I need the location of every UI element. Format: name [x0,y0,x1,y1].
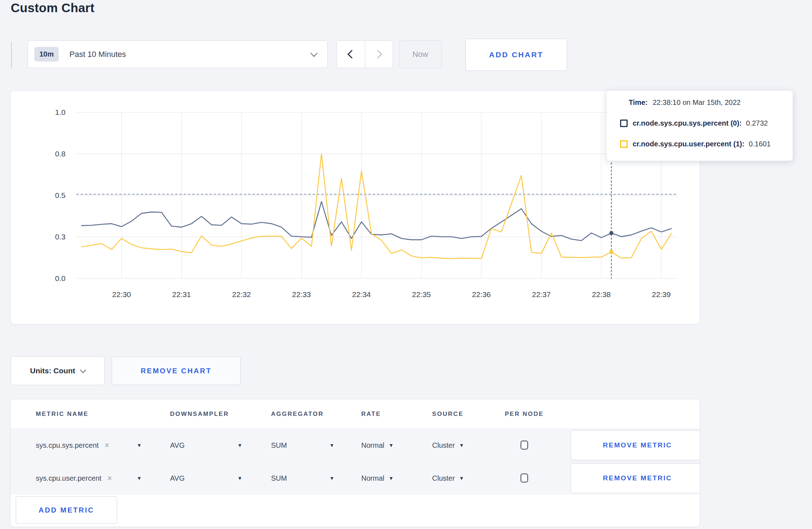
time-window-next-button[interactable] [365,41,393,68]
col-header-aggregator: AGGREGATOR [271,399,324,428]
svg-text:22:34: 22:34 [352,290,371,299]
metrics-table: METRIC NAME DOWNSAMPLER AGGREGATOR RATE … [10,399,700,527]
svg-text:22:39: 22:39 [652,290,671,299]
metric-name-select[interactable]: sys.cpu.sys.percent × [36,429,109,462]
svg-text:0.8: 0.8 [55,150,66,158]
series-user-swatch-icon [620,140,628,148]
downsampler-caret-icon[interactable]: ▼ [237,429,242,462]
add-chart-button[interactable]: ADD CHART [465,39,567,71]
col-header-rate: RATE [361,399,381,428]
metric-dropdown-caret-icon[interactable]: ▼ [137,462,142,495]
tooltip-time-label: Time: [629,98,648,107]
col-header-downsampler: DOWNSAMPLER [170,399,229,428]
metric-dropdown-caret-icon[interactable]: ▼ [137,429,142,462]
downsampler-select[interactable]: AVG [170,462,185,495]
clear-metric-icon[interactable]: × [107,474,112,483]
svg-text:22:33: 22:33 [292,290,311,299]
remove-metric-button[interactable]: REMOVE METRIC [571,463,700,493]
rate-caret-icon: ▼ [388,462,393,495]
svg-text:22:32: 22:32 [232,290,251,299]
tooltip-series-value: 0.2732 [746,119,768,127]
svg-text:0.3: 0.3 [55,233,66,241]
svg-text:22:37: 22:37 [532,290,551,299]
toolbar-left-divider [11,42,12,68]
chevron-down-icon [310,50,318,57]
time-range-label: Past 10 Minutes [69,50,126,59]
rate-caret-icon: ▼ [388,429,393,462]
tooltip-time-value: 22:38:10 on Mar 15th, 2022 [653,98,741,107]
svg-text:22:38: 22:38 [592,290,611,299]
svg-text:22:35: 22:35 [412,290,431,299]
svg-text:0.0: 0.0 [55,274,66,282]
chevron-left-icon [348,50,356,58]
aggregator-caret-icon[interactable]: ▼ [329,429,334,462]
add-metric-button[interactable]: ADD METRIC [16,496,117,524]
chevron-down-icon [80,367,86,373]
cpu-line-chart[interactable]: 0.00.30.50.81.022:3022:3122:3222:3322:34… [11,91,700,324]
time-window-pager [337,40,393,68]
metric-row: sys.cpu.user.percent × ▼ AVG ▼ SUM ▼ Nor… [11,461,700,495]
series-sys-swatch-icon [620,120,628,127]
now-button[interactable]: Now [399,40,442,68]
svg-text:22:31: 22:31 [172,290,191,299]
tooltip-series-label: cr.node.sys.cpu.sys.percent (0): [633,119,742,127]
col-header-source: SOURCE [432,399,464,428]
units-dropdown[interactable]: Units: Count [11,356,105,385]
clear-metric-icon[interactable]: × [105,441,109,450]
source-select[interactable]: Cluster ▼ [432,462,464,495]
chart-tooltip: Time: 22:38:10 on Mar 15th, 2022 cr.node… [606,90,793,161]
per-node-checkbox[interactable] [521,441,528,450]
time-range-badge: 10m [34,47,59,62]
time-window-prev-button[interactable] [337,41,365,68]
downsampler-select[interactable]: AVG [170,429,185,462]
aggregator-select[interactable]: SUM [271,462,287,495]
svg-text:22:30: 22:30 [112,290,131,299]
rate-select[interactable]: Normal ▼ [361,462,393,495]
units-label: Units: Count [30,367,75,375]
col-header-per-node: PER NODE [505,399,544,428]
tooltip-series-label: cr.node.sys.cpu.user.percent (1): [633,140,744,148]
chart-card: 0.00.30.50.81.022:3022:3122:3222:3322:34… [10,91,700,324]
source-caret-icon: ▼ [459,429,464,462]
downsampler-caret-icon[interactable]: ▼ [237,462,242,495]
per-node-checkbox[interactable] [521,474,528,482]
metric-name-select[interactable]: sys.cpu.user.percent × [36,462,112,495]
svg-text:22:36: 22:36 [472,290,491,299]
rate-select[interactable]: Normal ▼ [361,429,393,462]
remove-chart-button[interactable]: REMOVE CHART [112,356,241,385]
svg-text:1.0: 1.0 [55,108,66,116]
svg-text:0.5: 0.5 [55,191,66,199]
time-range-dropdown[interactable]: 10m Past 10 Minutes [28,40,328,68]
tooltip-series-value: 0.1601 [749,140,770,148]
source-select[interactable]: Cluster ▼ [432,429,464,462]
chevron-right-icon [373,50,382,58]
metric-row: sys.cpu.sys.percent × ▼ AVG ▼ SUM ▼ Norm… [11,428,700,462]
source-caret-icon: ▼ [459,462,464,495]
page-title: Custom Chart [11,1,95,15]
aggregator-select[interactable]: SUM [271,429,287,462]
remove-metric-button[interactable]: REMOVE METRIC [571,430,700,460]
col-header-metric-name: METRIC NAME [36,399,88,428]
aggregator-caret-icon[interactable]: ▼ [329,462,334,495]
